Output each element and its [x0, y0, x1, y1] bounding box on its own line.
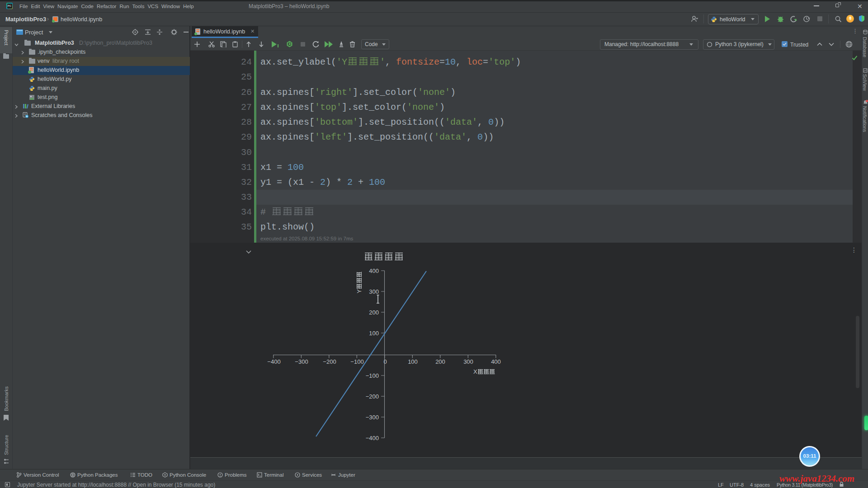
- svg-text:−400: −400: [267, 358, 280, 365]
- svg-text:−200: −200: [323, 358, 336, 365]
- svg-text:400: 400: [369, 267, 379, 274]
- svg-text:300: 300: [463, 358, 473, 365]
- svg-text:−300: −300: [366, 414, 379, 421]
- svg-text:400: 400: [491, 358, 501, 365]
- svg-text:−400: −400: [366, 435, 379, 441]
- svg-text:100: 100: [369, 330, 379, 337]
- svg-text:300: 300: [369, 288, 379, 295]
- svg-text:−300: −300: [295, 358, 308, 365]
- svg-text:200: 200: [369, 309, 379, 316]
- svg-text:−100: −100: [366, 372, 379, 379]
- svg-text:−100: −100: [350, 358, 363, 365]
- svg-text:200: 200: [435, 358, 445, 365]
- svg-text:−200: −200: [366, 393, 379, 400]
- svg-text:0: 0: [383, 358, 387, 365]
- svg-text:100: 100: [408, 358, 418, 365]
